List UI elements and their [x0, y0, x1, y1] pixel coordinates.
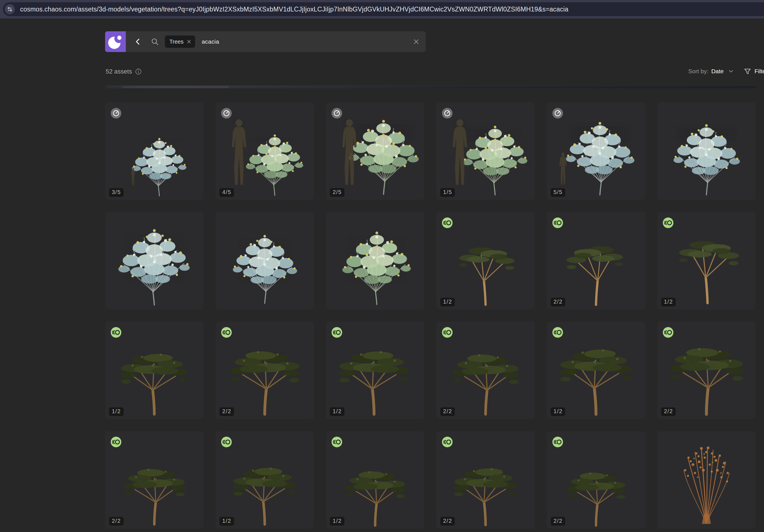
- vendor-logo-badge-icon: [552, 218, 563, 228]
- asset-card[interactable]: [105, 212, 204, 309]
- vendor-logo-badge-icon: [663, 218, 673, 228]
- vendor-logo-badge-icon: [111, 437, 121, 447]
- variant-count-label: 2/2: [551, 517, 565, 526]
- asset-badge: [663, 327, 673, 338]
- asset-badge: [331, 108, 342, 118]
- variant-count-label: 2/2: [551, 298, 565, 306]
- vendor-logo-badge-icon: [331, 437, 342, 447]
- search-icon: [151, 38, 159, 46]
- vendor-logo-badge-icon: [442, 327, 453, 338]
- asset-card[interactable]: 2/2: [216, 321, 314, 419]
- scrollbar-track: [106, 86, 756, 89]
- asset-card[interactable]: 1/5: [436, 102, 535, 200]
- info-circle-icon[interactable]: [135, 68, 142, 75]
- scrollbar-thumb[interactable]: [122, 86, 229, 88]
- assets-count-text: 52 assets: [106, 68, 132, 75]
- asset-card[interactable]: 1/2: [216, 431, 314, 529]
- asset-card[interactable]: 2/2: [547, 431, 645, 529]
- vendor-logo-badge-icon: [442, 437, 453, 447]
- asset-badge: [221, 437, 232, 447]
- vendor-logo-badge-icon: [221, 437, 232, 447]
- asset-card[interactable]: 1/2: [436, 212, 535, 309]
- asset-badge: [111, 437, 121, 447]
- asset-thumbnail: [657, 102, 756, 200]
- asset-thumbnail: [105, 212, 204, 309]
- asset-card[interactable]: [657, 431, 756, 529]
- chip-remove-icon[interactable]: [186, 39, 191, 44]
- vendor-logo-badge-icon: [331, 327, 342, 338]
- vendor-logo-badge-icon: [552, 437, 563, 447]
- asset-badge: [442, 327, 453, 338]
- sort-label: Sort by:: [688, 68, 708, 75]
- asset-card[interactable]: 2/2: [105, 431, 204, 529]
- asset-badge: [442, 218, 453, 228]
- asset-badge: [111, 327, 121, 338]
- asset-badge: [331, 327, 342, 338]
- asset-card[interactable]: 1/2: [326, 431, 424, 529]
- asset-card[interactable]: 2/2: [657, 321, 756, 419]
- url-bar[interactable]: cosmos.chaos.com/assets/3d-models/vegeta…: [3, 2, 764, 16]
- asset-badge: [111, 108, 121, 118]
- asset-card[interactable]: 5/5: [547, 102, 645, 200]
- gauge-badge-icon: [221, 108, 232, 118]
- asset-badge: [442, 437, 453, 447]
- asset-card[interactable]: [326, 212, 424, 309]
- sort-dropdown[interactable]: Sort by: Date: [688, 68, 734, 75]
- asset-card[interactable]: 4/5: [216, 102, 314, 200]
- variant-count-label: 3/5: [109, 188, 123, 197]
- asset-badge: [221, 327, 232, 338]
- gauge-badge-icon: [552, 108, 563, 118]
- vendor-logo-badge-icon: [221, 327, 232, 338]
- variant-count-label: 2/2: [109, 517, 123, 526]
- variant-count-label: 2/2: [440, 517, 455, 526]
- asset-thumbnail: [216, 212, 314, 309]
- category-chip-trees[interactable]: Trees: [165, 36, 195, 48]
- variant-count-label: 2/5: [330, 188, 344, 197]
- variant-count-label: 1/2: [219, 517, 234, 526]
- asset-card[interactable]: [657, 102, 756, 200]
- variant-count-label: 1/2: [661, 298, 676, 306]
- asset-badge: [663, 218, 673, 228]
- asset-card[interactable]: 2/2: [436, 431, 535, 529]
- back-button[interactable]: [134, 38, 141, 46]
- asset-badge: [221, 108, 232, 118]
- asset-grid: 3/5 4/5: [105, 102, 756, 529]
- variant-count-label: 1/2: [330, 517, 344, 526]
- asset-card[interactable]: [216, 212, 314, 309]
- cosmos-logo-icon[interactable]: [105, 31, 126, 52]
- browser-chrome: cosmos.chaos.com/assets/3d-models/vegeta…: [0, 0, 764, 18]
- asset-card[interactable]: 2/5: [326, 102, 424, 200]
- gauge-badge-icon: [442, 108, 453, 118]
- vendor-logo-badge-icon: [111, 327, 121, 338]
- asset-badge: [442, 108, 453, 118]
- asset-badge: [552, 218, 563, 228]
- chevron-down-icon: [728, 69, 734, 74]
- gauge-badge-icon: [331, 108, 342, 118]
- asset-card[interactable]: 2/2: [547, 212, 645, 309]
- asset-card[interactable]: 1/2: [326, 321, 424, 419]
- url-text[interactable]: cosmos.chaos.com/assets/3d-models/vegeta…: [20, 6, 568, 13]
- variant-count-label: 2/2: [440, 407, 455, 416]
- search-bar[interactable]: Trees acacia: [105, 31, 426, 52]
- asset-card[interactable]: 2/2: [436, 321, 535, 419]
- clear-search-icon[interactable]: [413, 38, 420, 45]
- variant-count-label: 5/5: [551, 188, 565, 197]
- vendor-logo-badge-icon: [552, 327, 563, 338]
- vendor-logo-badge-icon: [663, 327, 673, 338]
- sliders-icon[interactable]: [5, 4, 15, 14]
- asset-card[interactable]: 3/5: [105, 102, 204, 200]
- funnel-icon: [744, 68, 751, 75]
- asset-card[interactable]: 1/2: [657, 212, 756, 309]
- variant-count-label: 4/5: [219, 188, 234, 197]
- asset-badge: [552, 327, 563, 338]
- filter-button[interactable]: Filter: [744, 68, 764, 75]
- vendor-logo-badge-icon: [442, 218, 453, 228]
- asset-card[interactable]: 1/2: [547, 321, 645, 419]
- search-input[interactable]: acacia: [202, 38, 219, 45]
- asset-badge: [552, 437, 563, 447]
- chip-label: Trees: [169, 39, 183, 45]
- variant-count-label: 2/2: [661, 407, 676, 416]
- gauge-badge-icon: [111, 108, 121, 118]
- asset-card[interactable]: 1/2: [105, 321, 204, 419]
- asset-badge: [552, 108, 563, 118]
